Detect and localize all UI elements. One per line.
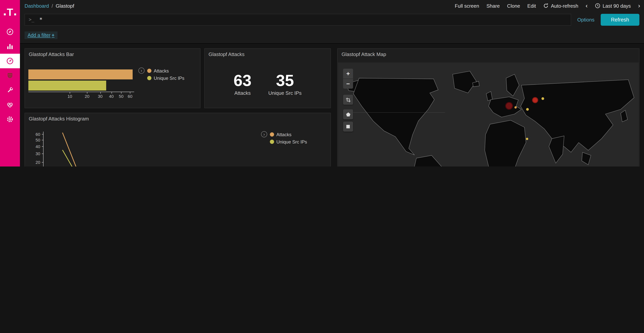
panel-attacks-bar: Glastopf Attacks Bar 102030405060 › Atta… — [24, 48, 200, 108]
breadcrumb-dashboard-link[interactable]: Dashboard — [24, 3, 49, 9]
telekom-logo[interactable]: T — [0, 0, 20, 25]
chart-legend: › AttacksUnique Src IPs — [261, 131, 307, 145]
sidebar-item-discover[interactable] — [0, 25, 20, 39]
sidebar-item-t-pot[interactable] — [0, 68, 20, 83]
legend-color-dot — [147, 76, 152, 80]
bar-rows — [28, 70, 134, 91]
breadcrumb: Dashboard/Glastopf — [24, 3, 74, 9]
pentagon-icon — [346, 112, 350, 117]
metric-attacks: 63 Attacks — [234, 73, 252, 96]
metric-unique-src-ips: 35 Unique Src IPs — [268, 73, 302, 96]
attack-marker[interactable] — [532, 97, 538, 103]
add-filter-link[interactable]: Add a filter+ — [24, 32, 58, 39]
legend-item-unique-src-ips[interactable]: Unique Src IPs — [147, 74, 184, 82]
svg-text:40: 40 — [36, 144, 40, 149]
legend-item-attacks[interactable]: Attacks — [147, 67, 184, 74]
wrench-icon — [6, 86, 14, 94]
app-sidebar: T › — [0, 0, 20, 167]
x-tick-label: 40 — [109, 94, 114, 99]
attack-markers-layer — [338, 63, 639, 167]
svg-text:50: 50 — [36, 138, 40, 143]
svg-text:30: 30 — [36, 151, 40, 156]
metric-label: Unique Src IPs — [268, 90, 302, 96]
logo-letter: T — [7, 6, 13, 18]
attack-marker[interactable] — [542, 97, 544, 100]
sidebar-item-dashboard[interactable] — [0, 54, 20, 68]
attack-marker[interactable] — [505, 102, 513, 110]
metric-value: 35 — [268, 73, 302, 89]
attack-map[interactable]: + − Count 1 – 7.67.6 – 14.214.2 – 20.820… — [338, 63, 639, 167]
panel-attacks-histogram: Glastopf Attacks Histogram 0102030405060… — [24, 113, 331, 167]
x-tick-label: 30 — [98, 94, 103, 99]
clock-icon — [595, 3, 600, 9]
legend-label: Attacks — [154, 68, 169, 74]
metric-label: Attacks — [234, 90, 252, 96]
filter-bar: Add a filter+ — [20, 28, 644, 43]
refresh-button[interactable]: Refresh — [600, 14, 640, 26]
zoom-in-button[interactable]: + — [343, 69, 353, 79]
rectangle-select-button[interactable] — [343, 122, 353, 132]
polygon-select-button[interactable] — [343, 109, 353, 119]
bar-unique-src-ips[interactable] — [28, 81, 106, 91]
crop-icon — [346, 97, 350, 102]
panel-attacks-metric: Glastopf Attacks 63 Attacks 35 Unique Sr… — [204, 48, 331, 108]
query-input[interactable]: >_ * — [24, 14, 571, 26]
map-controls: + − — [343, 69, 353, 132]
full-screen-button[interactable]: Full screen — [455, 3, 479, 9]
bar-attacks[interactable] — [28, 70, 132, 79]
panel-title: Glastopf Attack Map — [342, 51, 386, 57]
legend-color-dot — [147, 69, 152, 73]
kibana-dashboard: T › Dashboard/Glastopf Full screen Share… — [0, 0, 644, 167]
gauge-icon — [6, 57, 14, 65]
attack-marker[interactable] — [526, 108, 529, 111]
zoom-out-button[interactable]: − — [343, 79, 353, 89]
x-tick-label: 50 — [119, 94, 124, 99]
svg-text:60: 60 — [36, 132, 40, 137]
query-bar: >_ * Options Refresh — [20, 12, 644, 28]
compass-icon — [6, 28, 14, 36]
logo-dot — [4, 13, 6, 15]
square-icon — [346, 124, 350, 129]
panel-title: Glastopf Attacks — [208, 51, 244, 57]
legend-item-unique-src-ips[interactable]: Unique Src IPs — [270, 138, 307, 145]
bar-x-axis: 102030405060 — [28, 92, 134, 100]
gear-icon — [6, 116, 14, 123]
panel-title: Glastopf Attacks Bar — [29, 51, 74, 57]
time-range-button[interactable]: Last 90 days — [595, 3, 631, 9]
breadcrumb-separator: / — [52, 3, 53, 9]
options-link[interactable]: Options — [577, 17, 594, 23]
attacks-bar-chart: 102030405060 — [28, 70, 134, 100]
sidebar-item-management[interactable] — [0, 112, 20, 127]
time-back-button[interactable]: ‹ — [586, 3, 588, 9]
edit-button[interactable]: Edit — [527, 3, 536, 9]
panel-title: Glastopf Attacks Histogram — [29, 116, 89, 122]
x-tick-label: 60 — [128, 94, 132, 99]
share-button[interactable]: Share — [486, 3, 500, 9]
sidebar-nav — [0, 25, 20, 127]
attack-marker[interactable] — [526, 138, 528, 140]
clone-button[interactable]: Clone — [507, 3, 520, 9]
time-range-label: Last 90 days — [602, 3, 631, 9]
auto-refresh-button[interactable]: Auto-refresh — [543, 3, 578, 9]
logo-dot — [14, 13, 16, 15]
time-forward-button[interactable]: › — [638, 3, 640, 9]
sidebar-item-dev-tools[interactable] — [0, 83, 20, 97]
sidebar-item-monitoring[interactable] — [0, 97, 20, 112]
legend-label: Unique Src IPs — [276, 139, 307, 144]
sidebar-item-visualize[interactable] — [0, 39, 20, 54]
x-tick-label: 20 — [85, 94, 90, 99]
add-filter-label: Add a filter — [28, 33, 50, 38]
fit-data-bounds-button[interactable] — [343, 95, 353, 105]
mask-icon — [6, 72, 14, 79]
legend-label: Unique Src IPs — [154, 75, 184, 81]
legend-toggle[interactable]: › — [138, 68, 144, 74]
topbar: Dashboard/Glastopf Full screen Share Clo… — [20, 0, 644, 12]
header: Dashboard/Glastopf Full screen Share Clo… — [20, 0, 644, 44]
legend-label: Attacks — [276, 132, 292, 137]
attacks-histogram-chart: 01020304050602018-09-022018-09-162018-09… — [28, 127, 262, 167]
legend-items: AttacksUnique Src IPs — [147, 67, 184, 82]
legend-item-attacks[interactable]: Attacks — [270, 131, 307, 138]
legend-color-dot — [270, 140, 274, 144]
attack-marker[interactable] — [514, 107, 516, 109]
legend-toggle[interactable]: › — [261, 131, 267, 137]
